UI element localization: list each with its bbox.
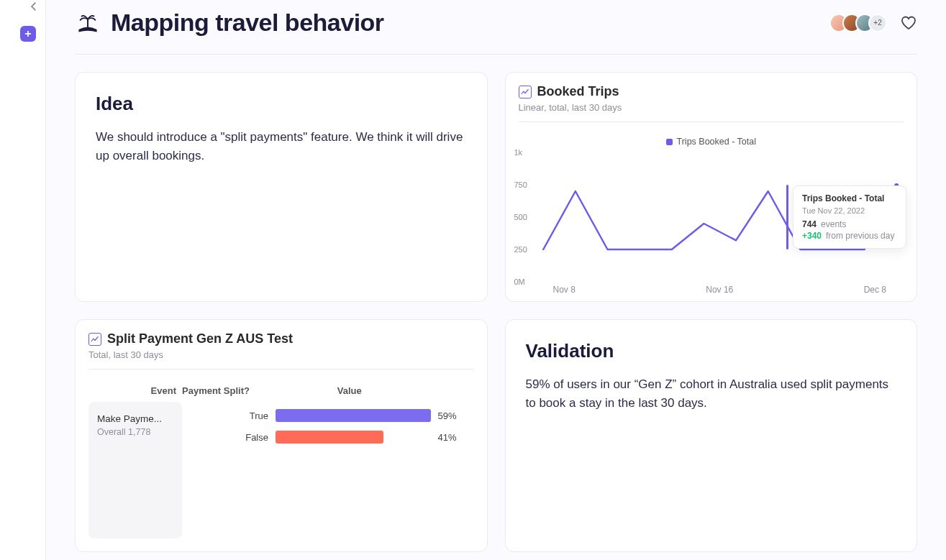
y-tick: 0M <box>514 277 525 286</box>
tooltip-value-label: events <box>821 219 846 229</box>
bar-table-header: Event Payment Split? Value <box>76 374 487 402</box>
avatar-more[interactable]: +2 <box>868 14 887 32</box>
card-heading: Idea <box>96 93 467 115</box>
chevron-left-icon[interactable] <box>27 0 40 13</box>
bar-percent: 59% <box>438 410 474 421</box>
line-chart-icon <box>88 333 101 346</box>
line-chart-icon <box>519 86 532 98</box>
tooltip-date: Tue Nov 22, 2022 <box>802 206 897 215</box>
bar-label: False <box>189 432 268 443</box>
bar-label: True <box>189 410 268 421</box>
event-cell[interactable]: Make Payme... Overall 1,778 <box>88 402 182 538</box>
chart-title: Booked Trips <box>537 84 619 99</box>
left-rail <box>0 0 46 560</box>
island-icon <box>75 10 101 36</box>
chart-title: Split Payment Gen Z AUS Test <box>107 331 293 346</box>
collaborator-avatars[interactable]: +2 <box>835 14 887 32</box>
bar-chart: True 59% False 41% <box>182 402 474 538</box>
bar-row-true: True 59% <box>189 409 474 422</box>
card-body-text: We should introduce a "split payments" f… <box>96 128 467 166</box>
tooltip-title: Trips Booked - Total <box>802 193 897 203</box>
event-overall: Overall 1,778 <box>97 427 173 437</box>
y-tick: 750 <box>514 180 527 189</box>
chart-subtitle: Linear, total, last 30 days <box>519 102 904 113</box>
card-idea: Idea We should introduce a "split paymen… <box>75 72 488 302</box>
tooltip-value: 744 <box>802 219 817 229</box>
y-tick: 500 <box>514 213 527 221</box>
card-booked-trips: Booked Trips Linear, total, last 30 days… <box>505 72 918 302</box>
x-tick: Dec 8 <box>864 285 886 295</box>
col-value: Value <box>268 385 431 396</box>
x-tick: Nov 8 <box>553 285 576 295</box>
tooltip-delta: +340 <box>802 231 822 241</box>
card-body-text: 59% of users in our “Gen Z” cohort in Au… <box>526 375 897 413</box>
col-split: Payment Split? <box>182 385 268 396</box>
heart-icon[interactable] <box>900 14 917 32</box>
bar-row-false: False 41% <box>189 431 474 444</box>
chart-tooltip: Trips Booked - Total Tue Nov 22, 2022 74… <box>793 185 906 249</box>
card-validation: Validation 59% of users in our “Gen Z” c… <box>505 319 918 552</box>
event-name: Make Payme... <box>97 413 173 424</box>
card-heading: Validation <box>526 340 897 362</box>
line-chart[interactable]: Trips Booked - Total 1k 750 500 250 0M <box>506 127 917 299</box>
card-split-payment: Split Payment Gen Z AUS Test Total, last… <box>75 319 488 552</box>
page-title: Mapping travel behavior <box>111 9 384 37</box>
col-event: Event <box>88 385 182 396</box>
x-tick: Nov 16 <box>706 285 733 295</box>
y-tick: 1k <box>514 148 523 157</box>
page-header: Mapping travel behavior +2 <box>75 9 917 55</box>
add-button[interactable] <box>20 26 36 42</box>
chart-subtitle: Total, last 30 days <box>88 349 474 360</box>
y-tick: 250 <box>514 245 527 254</box>
bar-percent: 41% <box>438 432 474 443</box>
chart-legend: Trips Booked - Total <box>514 137 909 147</box>
tooltip-delta-label: from previous day <box>826 231 894 241</box>
